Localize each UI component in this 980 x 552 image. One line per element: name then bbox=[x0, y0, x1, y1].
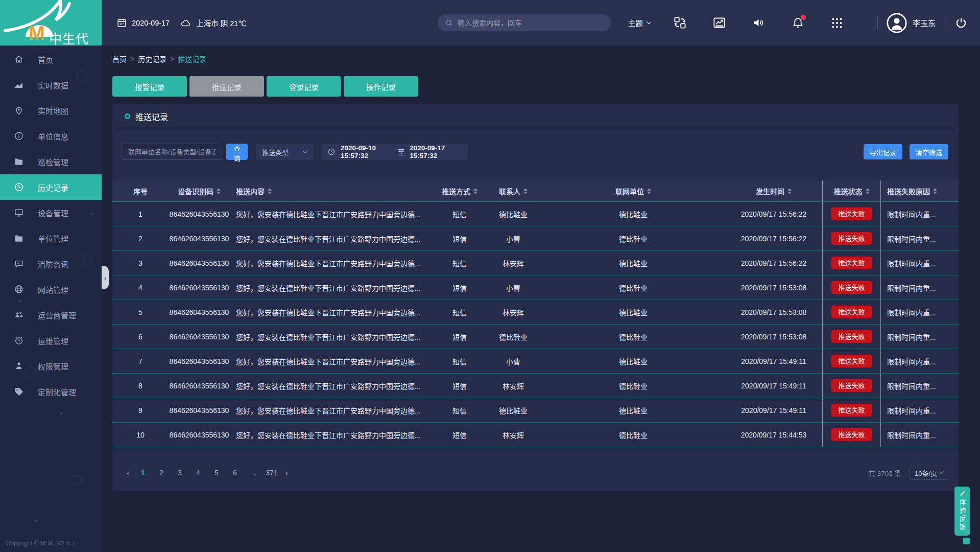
transfer-icon[interactable] bbox=[673, 16, 687, 30]
app-logo[interactable]: M 中生代 bbox=[0, 0, 102, 45]
sidebar-item-10[interactable]: 运营商管理 bbox=[0, 302, 102, 328]
cell-0: 8 bbox=[112, 374, 169, 398]
sidebar-item-7[interactable]: 单位管理 bbox=[0, 225, 102, 251]
logo-title: 中生代 bbox=[49, 29, 89, 45]
column-header-6[interactable]: 发生时间 bbox=[725, 180, 822, 201]
page-number[interactable]: 4 bbox=[192, 466, 205, 479]
header-actions: 主题 bbox=[628, 0, 980, 45]
page-number[interactable]: 1 bbox=[136, 466, 150, 479]
date-range-picker[interactable]: 2020-09-10 15:57:32 至 2020-09-17 15:57:3… bbox=[321, 144, 468, 160]
sidebar-item-5[interactable]: 历史记录 bbox=[0, 174, 102, 200]
info-icon bbox=[14, 131, 24, 141]
status-badge: 推送失败 bbox=[831, 428, 871, 441]
sidebar-item-0[interactable]: 首页 bbox=[0, 47, 102, 72]
sidebar-item-2[interactable]: 实时地图 bbox=[0, 98, 102, 123]
tab-2[interactable]: 登录记录 bbox=[267, 76, 341, 97]
copyright: Copyright © MSK. V2.5.3 bbox=[6, 540, 75, 547]
column-label: 序号 bbox=[133, 186, 148, 196]
page-number[interactable]: 5 bbox=[210, 466, 223, 479]
tab-0[interactable]: 报警记录 bbox=[112, 76, 187, 97]
cell-6: 2020/09/17 15:56:22 bbox=[725, 251, 822, 275]
breadcrumb-item[interactable]: 历史记录 bbox=[138, 54, 166, 64]
table-body: 1864626043556130您好，您安装在德比鞋业下晋江市广安路野力中国旁边… bbox=[112, 202, 959, 447]
sidebar-item-3[interactable]: 单位信息 bbox=[0, 123, 102, 149]
column-header-8[interactable]: 推送失败原因 bbox=[881, 180, 959, 201]
cell-6: 2020/09/17 15:53:08 bbox=[725, 300, 822, 324]
apps-grid-icon[interactable] bbox=[830, 16, 844, 30]
status-badge: 推送失败 bbox=[831, 404, 871, 417]
column-header-2[interactable]: 推送内容 bbox=[230, 180, 434, 201]
record-tabs: 报警记录推送记录登录记录操作记录 bbox=[112, 76, 418, 97]
column-label: 推送方式 bbox=[442, 186, 470, 196]
page-number[interactable]: 6 bbox=[228, 466, 242, 479]
folder-icon bbox=[14, 156, 24, 167]
sidebar-item-6[interactable]: 设备管理 bbox=[0, 200, 102, 225]
export-button[interactable]: 导出记录 bbox=[864, 144, 902, 159]
status-badge: 推送失败 bbox=[831, 257, 871, 269]
page-number[interactable]: 371 bbox=[265, 466, 278, 479]
page-ellipsis[interactable]: … bbox=[247, 466, 260, 479]
feedback-mini-tab[interactable] bbox=[963, 538, 970, 544]
push-type-select[interactable]: 推送类型 bbox=[256, 144, 313, 160]
page-number[interactable]: 2 bbox=[155, 466, 168, 479]
sidebar-item-8[interactable]: 消防资讯 bbox=[0, 251, 102, 277]
sidebar-item-4[interactable]: 巡检管理 bbox=[0, 149, 102, 174]
cell-4: 德比鞋业 bbox=[485, 398, 541, 422]
column-header-3[interactable]: 推送方式 bbox=[434, 180, 485, 201]
folder-icon bbox=[14, 233, 24, 243]
status-badge: 推送失败 bbox=[831, 355, 871, 367]
username[interactable]: 李玉东 bbox=[913, 17, 936, 28]
cell-8: 限制时间内重... bbox=[881, 398, 959, 422]
tab-1[interactable]: 推送记录 bbox=[189, 76, 264, 97]
column-header-7[interactable]: 推送状态 bbox=[822, 180, 881, 201]
page-size-select[interactable]: 10条/页 bbox=[910, 466, 948, 480]
sidebar-item-label: 实时地图 bbox=[38, 105, 68, 116]
column-header-5[interactable]: 联网单位 bbox=[541, 180, 725, 201]
chevron-down-icon bbox=[647, 19, 652, 25]
cell-5: 德比鞋业 bbox=[541, 398, 725, 422]
user-avatar[interactable] bbox=[886, 12, 907, 34]
cell-2: 您好，您安装在德比鞋业下晋江市广安路野力中国旁边德... bbox=[230, 275, 434, 300]
sidebar-item-label: 单位管理 bbox=[38, 233, 68, 244]
bell-icon[interactable] bbox=[791, 16, 805, 30]
header-divider bbox=[946, 16, 946, 30]
tab-3[interactable]: 操作记录 bbox=[344, 76, 418, 97]
cell-0: 3 bbox=[112, 251, 169, 275]
cell-5: 德比鞋业 bbox=[541, 300, 725, 324]
cell-2: 您好，您安装在德比鞋业下晋江市广安路野力中国旁边德... bbox=[230, 423, 434, 447]
column-header-4[interactable]: 联系人 bbox=[485, 180, 541, 201]
sidebar-item-12[interactable]: 权限管理 bbox=[0, 353, 102, 379]
table-row: 5864626043556130您好，您安装在德比鞋业下晋江市广安路野力中国旁边… bbox=[112, 300, 959, 325]
sidebar-item-11[interactable]: 运维管理 bbox=[0, 328, 102, 353]
sidebar-item-1[interactable]: 实时数据 bbox=[0, 72, 102, 98]
column-header-1[interactable]: 设备识别码 bbox=[169, 180, 230, 201]
next-page-arrow[interactable]: › bbox=[285, 468, 288, 477]
sidebar-item-9[interactable]: 网站管理 bbox=[0, 277, 102, 302]
feedback-tab[interactable]: 体验反馈 bbox=[954, 487, 970, 536]
volume-icon[interactable] bbox=[752, 16, 766, 30]
breadcrumb-separator: > bbox=[170, 55, 174, 63]
breadcrumb-item[interactable]: 首页 bbox=[112, 54, 127, 64]
cell-2: 您好，您安装在德比鞋业下晋江市广安路野力中国旁边德... bbox=[230, 398, 434, 422]
sidebar-collapse-handle[interactable]: ‹ bbox=[102, 266, 109, 289]
clear-filter-button[interactable]: 清空筛选 bbox=[910, 144, 948, 159]
column-label: 推送失败原因 bbox=[887, 186, 930, 196]
sort-icon bbox=[866, 188, 870, 194]
search-input[interactable] bbox=[458, 19, 604, 27]
query-button[interactable]: 查询 bbox=[226, 144, 248, 160]
table-row: 8864626043556130您好，您安装在德比鞋业下晋江市广安路野力中国旁边… bbox=[112, 374, 959, 398]
sidebar-item-label: 运维管理 bbox=[38, 335, 68, 346]
notification-badge bbox=[801, 15, 806, 20]
keyword-input[interactable] bbox=[122, 144, 222, 160]
page-number[interactable]: 3 bbox=[173, 466, 186, 479]
chat-icon bbox=[14, 259, 24, 269]
trend-chart-icon[interactable] bbox=[712, 16, 726, 30]
sidebar-item-13[interactable]: 定制化管理 bbox=[0, 379, 102, 404]
power-icon[interactable] bbox=[954, 16, 968, 30]
cell-8: 限制时间内重... bbox=[881, 202, 959, 226]
cell-4: 林安辉 bbox=[485, 374, 541, 398]
cell-3: 短信 bbox=[434, 275, 485, 300]
theme-selector[interactable]: 主题 bbox=[628, 17, 651, 28]
global-search bbox=[438, 14, 611, 31]
prev-page-arrow[interactable]: ‹ bbox=[127, 468, 130, 477]
